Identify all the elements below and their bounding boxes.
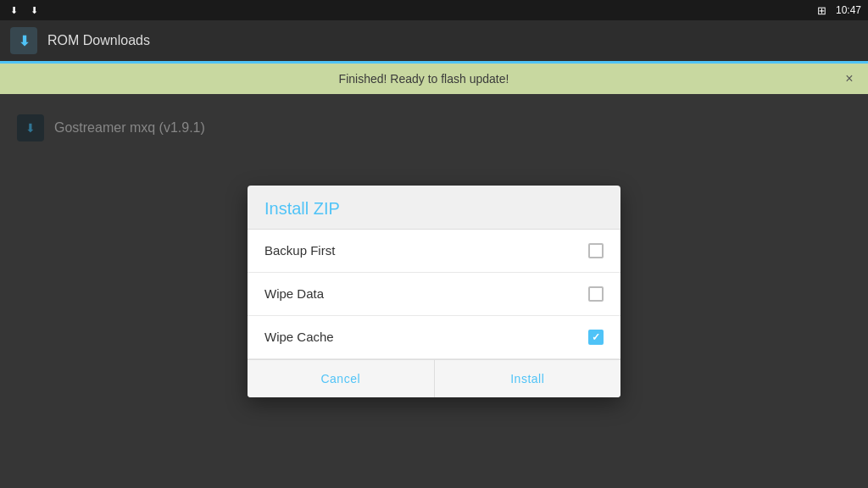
wipe-cache-checkbox[interactable]	[588, 330, 604, 345]
notification-close-button[interactable]: ×	[841, 70, 858, 87]
status-bar-left: ⬇ ⬇	[7, 3, 41, 17]
app-icon: ⬇	[10, 27, 37, 54]
notification-bar: Finished! Ready to flash update! ×	[0, 64, 868, 94]
backup-first-checkbox[interactable]	[588, 243, 604, 258]
app-icon-symbol: ⬇	[19, 33, 30, 49]
status-bar-right: ⊞ 10:47	[815, 3, 861, 17]
dialog-title: Install ZIP	[248, 186, 620, 230]
title-bar: ⬇ ROM Downloads	[0, 20, 868, 61]
wipe-cache-label: Wipe Cache	[264, 330, 334, 344]
install-button[interactable]: Install	[435, 360, 621, 397]
backup-first-label: Backup First	[264, 243, 335, 258]
cancel-button[interactable]: Cancel	[248, 360, 435, 397]
app-title: ROM Downloads	[47, 33, 150, 48]
notification-icon: ⬇	[7, 3, 20, 17]
dialog-buttons: Cancel Install	[248, 359, 620, 397]
status-bar: ⬇ ⬇ ⊞ 10:47	[0, 0, 868, 20]
download-icon: ⬇	[27, 3, 41, 17]
clock: 10:47	[836, 4, 861, 16]
install-zip-dialog: Install ZIP Backup First Wipe Data Wipe …	[248, 186, 620, 397]
wipe-data-label: Wipe Data	[264, 286, 324, 301]
wipe-data-option: Wipe Data	[248, 273, 620, 316]
wipe-cache-option: Wipe Cache	[248, 316, 620, 359]
dialog-overlay: Install ZIP Backup First Wipe Data Wipe …	[0, 94, 868, 488]
dialog-options: Backup First Wipe Data Wipe Cache	[248, 230, 620, 359]
backup-first-option: Backup First	[248, 230, 620, 273]
wipe-data-checkbox[interactable]	[588, 286, 604, 302]
grid-icon: ⊞	[815, 3, 829, 17]
notification-message: Finished! Ready to flash update!	[339, 72, 509, 86]
